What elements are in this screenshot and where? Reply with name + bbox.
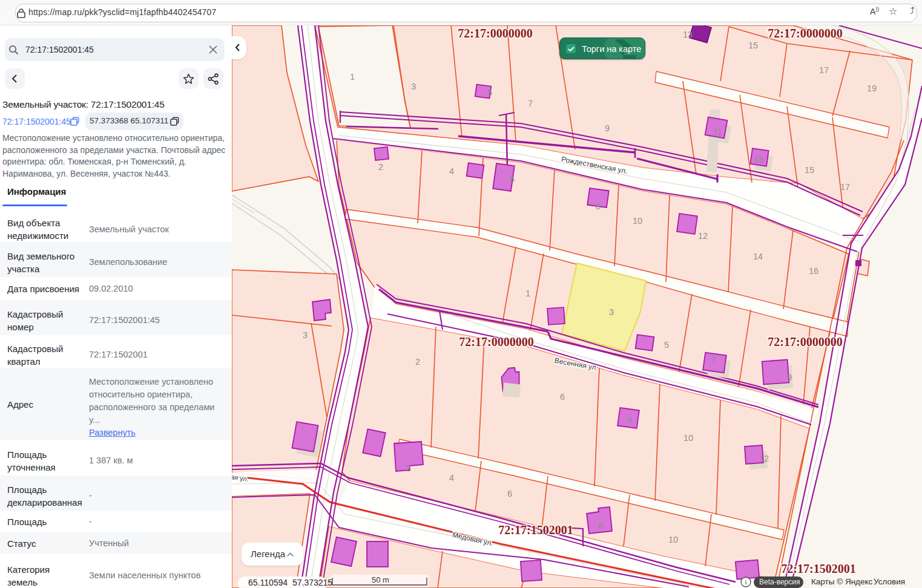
svg-text:6: 6 (560, 392, 565, 402)
svg-text:8: 8 (627, 416, 632, 425)
svg-text:13: 13 (754, 155, 763, 165)
svg-text:8: 8 (598, 521, 603, 531)
svg-text:i: i (745, 578, 746, 586)
svg-text:19: 19 (867, 83, 877, 93)
svg-text:72:17:0000000: 72:17:0000000 (768, 27, 842, 40)
svg-text:12: 12 (698, 231, 708, 241)
svg-text:10: 10 (668, 535, 678, 544)
svg-text:5: 5 (664, 340, 669, 350)
svg-text:16: 16 (809, 266, 818, 276)
svg-text:2: 2 (415, 357, 420, 367)
svg-text:15: 15 (805, 165, 814, 175)
svg-text:3: 3 (609, 307, 614, 317)
svg-text:10: 10 (683, 433, 693, 443)
svg-text:2: 2 (406, 463, 410, 473)
svg-text:15: 15 (748, 41, 758, 50)
svg-text:72:17:1502001: 72:17:1502001 (781, 562, 855, 575)
svg-text:1: 1 (525, 289, 530, 298)
svg-text:72:17:0000000: 72:17:0000000 (458, 27, 532, 40)
svg-text:8: 8 (596, 201, 601, 211)
svg-text:6: 6 (510, 174, 515, 184)
svg-text:9: 9 (605, 123, 610, 133)
svg-text:2: 2 (378, 162, 383, 172)
svg-text:72:17:0000000: 72:17:0000000 (459, 335, 533, 348)
svg-text:4: 4 (449, 166, 454, 176)
svg-text:10: 10 (633, 216, 642, 226)
svg-text:3: 3 (303, 330, 308, 340)
svg-text:7: 7 (528, 99, 533, 108)
svg-text:17: 17 (840, 182, 850, 192)
svg-text:3: 3 (411, 82, 416, 91)
svg-text:11: 11 (713, 127, 722, 137)
svg-text:6: 6 (507, 489, 512, 498)
svg-text:5: 5 (487, 88, 492, 97)
svg-text:12: 12 (759, 454, 769, 463)
svg-text:1: 1 (350, 72, 355, 82)
svg-text:9: 9 (787, 373, 792, 382)
svg-text:7: 7 (711, 354, 716, 364)
svg-text:4: 4 (449, 473, 454, 483)
svg-text:17: 17 (819, 65, 829, 75)
svg-text:72:17:0000000: 72:17:0000000 (768, 335, 842, 348)
svg-text:13: 13 (683, 30, 693, 39)
svg-text:14: 14 (753, 252, 763, 261)
svg-text:72:17:1502001: 72:17:1502001 (498, 523, 573, 537)
